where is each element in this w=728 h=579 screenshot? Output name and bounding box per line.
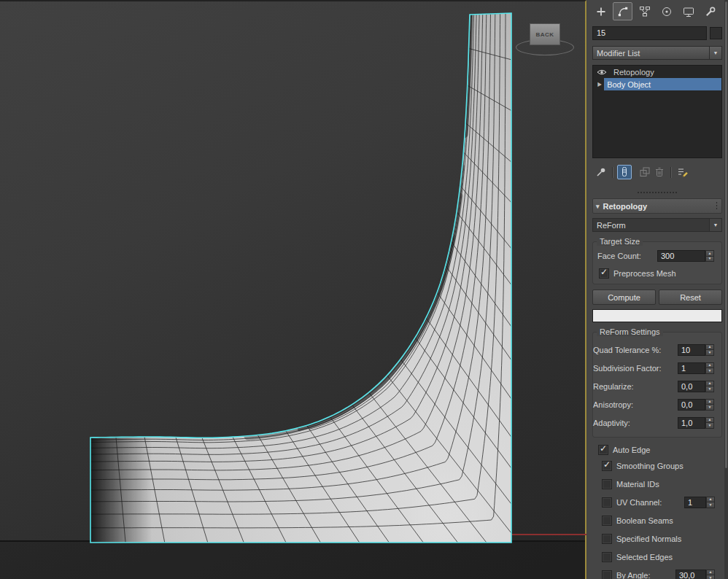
- subdivision-factor-input[interactable]: 1: [678, 362, 705, 374]
- stack-item-retopology[interactable]: Retopology: [593, 66, 721, 78]
- uv-channel-spinner[interactable]: 1 ▲▼: [684, 497, 715, 508]
- smoothing-groups-checkbox[interactable]: [602, 461, 612, 471]
- spinner-arrows-icon[interactable]: ▲▼: [705, 399, 714, 411]
- boolean-seams-label: Boolean Seams: [616, 516, 673, 525]
- stack-item-body-object[interactable]: ▶ Body Object: [593, 78, 721, 90]
- boolean-seams-checkbox[interactable]: [602, 516, 612, 526]
- tab-motion[interactable]: [657, 2, 676, 20]
- stack-item-label: Retopology: [613, 68, 654, 77]
- toolbar-divider: [612, 167, 613, 178]
- tab-create[interactable]: [591, 2, 611, 20]
- modify-icon: [617, 6, 629, 18]
- tab-modify[interactable]: [613, 2, 632, 20]
- group-title: Target Size: [597, 237, 643, 246]
- reset-button[interactable]: Reset: [659, 290, 722, 305]
- hierarchy-icon: [639, 6, 651, 18]
- uv-channel-input[interactable]: 1: [684, 497, 706, 508]
- uv-channel-label: UV Channel:: [616, 498, 662, 507]
- retopology-rollout-header[interactable]: ▾ Retopology: [592, 198, 722, 214]
- subdivision-factor-spinner[interactable]: 1 ▲▼: [678, 362, 714, 374]
- modifier-stack-toolbar: [592, 163, 722, 181]
- rollout-grip-icon: [715, 201, 719, 211]
- anisotropy-label: Anisotropy:: [593, 400, 633, 409]
- target-size-group: Target Size Face Count: 300 ▲▼ Preproces…: [592, 241, 722, 284]
- show-end-result-button[interactable]: [617, 165, 632, 179]
- selected-stack-item[interactable]: Body Object: [604, 78, 721, 90]
- by-angle-input[interactable]: 30,0: [675, 570, 706, 579]
- rollout-separator: [638, 192, 677, 193]
- regularize-label: Regularize:: [593, 382, 634, 391]
- auto-edge-label: Auto Edge: [613, 446, 650, 454]
- modifier-list-dropdown[interactable]: Modifier List ▼: [592, 46, 722, 60]
- smoothing-groups-label: Smoothing Groups: [616, 462, 684, 470]
- eye-icon[interactable]: [597, 69, 607, 76]
- configure-modifier-sets-button[interactable]: [675, 165, 690, 179]
- compute-button[interactable]: Compute: [592, 290, 656, 305]
- adaptivity-label: Adaptivity:: [593, 419, 630, 427]
- tab-utilities[interactable]: [700, 2, 720, 20]
- object-name-input[interactable]: 15: [592, 26, 707, 40]
- spinner-arrows-icon[interactable]: ▲▼: [706, 570, 715, 579]
- quad-tolerance-label: Quad Tolerance %:: [593, 346, 661, 354]
- material-ids-checkbox[interactable]: [602, 479, 612, 489]
- make-unique-icon: [639, 166, 651, 178]
- reform-mode-value: ReForm: [597, 221, 626, 230]
- motion-icon: [661, 6, 673, 18]
- spinner-arrows-icon[interactable]: ▲▼: [705, 381, 714, 392]
- spinner-arrows-icon[interactable]: ▲▼: [705, 250, 714, 262]
- by-angle-checkbox[interactable]: [602, 570, 612, 579]
- progress-bar: [592, 309, 722, 322]
- specified-normals-checkbox[interactable]: [602, 534, 612, 544]
- modifier-list-label: Modifier List: [597, 49, 640, 58]
- quad-tolerance-input[interactable]: 10: [678, 344, 705, 356]
- reform-mode-dropdown[interactable]: ReForm ▼: [592, 218, 722, 232]
- chevron-down-icon: ▼: [709, 219, 721, 231]
- regularize-input[interactable]: 0,0: [678, 381, 705, 392]
- by-angle-label: By Angle:: [616, 571, 650, 579]
- viewcube[interactable]: BACK: [530, 23, 560, 45]
- adaptivity-spinner[interactable]: 1,0 ▲▼: [678, 417, 714, 429]
- preprocess-mesh-label: Preprocess Mesh: [613, 269, 676, 278]
- face-count-input[interactable]: 300: [657, 250, 705, 262]
- pin-stack-button[interactable]: [594, 165, 608, 179]
- object-color-swatch[interactable]: [710, 27, 722, 39]
- toolbar-divider: [670, 167, 672, 178]
- stack-item-label: Body Object: [607, 80, 651, 89]
- make-unique-button[interactable]: [638, 165, 652, 179]
- selected-edges-label: Selected Edges: [616, 553, 673, 561]
- face-count-spinner[interactable]: 300 ▲▼: [657, 250, 714, 262]
- command-panel: 15 Modifier List ▼ Retopology ▶ Body Obj…: [588, 0, 728, 579]
- configure-modifier-sets-icon: [677, 166, 689, 178]
- spinner-arrows-icon[interactable]: ▲▼: [706, 497, 715, 508]
- subdivision-factor-label: Subdivision Factor:: [593, 364, 662, 373]
- face-count-label: Face Count:: [597, 252, 641, 260]
- material-ids-label: Material IDs: [616, 480, 659, 489]
- adaptivity-input[interactable]: 1,0: [678, 417, 705, 429]
- expand-arrow-icon[interactable]: ▶: [597, 81, 602, 88]
- remove-modifier-icon: [654, 166, 665, 178]
- tab-hierarchy[interactable]: [635, 2, 654, 20]
- specified-normals-label: Specified Normals: [616, 535, 681, 543]
- panel-scrollbar[interactable]: [724, 0, 728, 579]
- remove-modifier-button[interactable]: [652, 165, 667, 179]
- modifier-stack: Retopology ▶ Body Object: [592, 65, 722, 158]
- selected-edges-checkbox[interactable]: [602, 552, 612, 562]
- uv-channel-checkbox[interactable]: [602, 497, 612, 508]
- auto-edge-checkbox[interactable]: [598, 445, 608, 455]
- pin-stack-icon: [595, 166, 607, 178]
- display-icon: [683, 6, 694, 18]
- utilities-icon: [705, 6, 716, 18]
- spinner-arrows-icon[interactable]: ▲▼: [705, 344, 714, 356]
- spinner-arrows-icon[interactable]: ▲▼: [705, 362, 714, 374]
- regularize-spinner[interactable]: 0,0 ▲▼: [678, 381, 714, 392]
- viewport[interactable]: BACK: [0, 0, 586, 579]
- tab-display[interactable]: [678, 2, 698, 20]
- anisotropy-input[interactable]: 0,0: [678, 399, 705, 411]
- quad-tolerance-spinner[interactable]: 10 ▲▼: [678, 344, 714, 356]
- scrollbar-thumb[interactable]: [725, 1, 727, 468]
- spinner-arrows-icon[interactable]: ▲▼: [705, 417, 714, 429]
- anisotropy-spinner[interactable]: 0,0 ▲▼: [678, 399, 714, 411]
- retopology-mesh[interactable]: [0, 1, 586, 579]
- preprocess-mesh-checkbox[interactable]: [599, 268, 609, 279]
- by-angle-spinner[interactable]: 30,0 ▲▼: [675, 570, 715, 579]
